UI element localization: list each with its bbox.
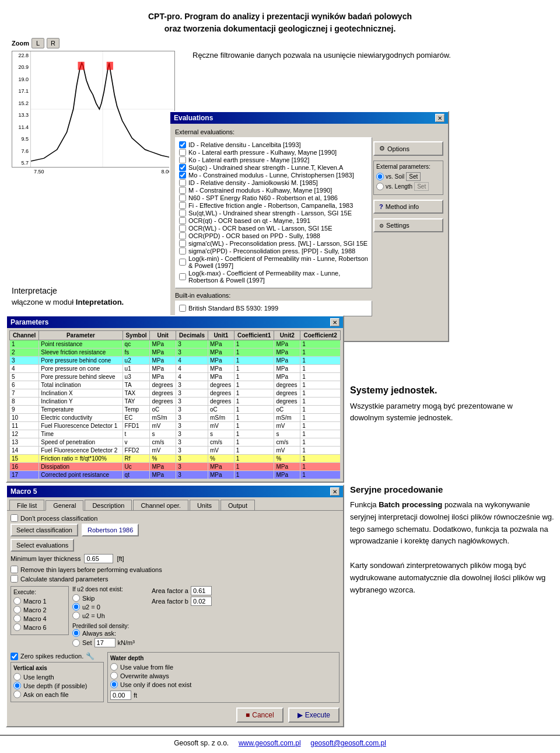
eval-item[interactable]: sigma'c(WL) - Preconsolidation press. [W… bbox=[179, 240, 368, 247]
macro4-row[interactable]: Macro 4 bbox=[13, 615, 66, 622]
tab-output[interactable]: Output bbox=[220, 500, 255, 510]
macro1-radio[interactable] bbox=[13, 597, 21, 605]
area-factor-b-input[interactable] bbox=[191, 597, 212, 606]
dont-process-row[interactable]: Don't process classification bbox=[10, 514, 340, 522]
always-ask-row[interactable]: Always ask: bbox=[72, 629, 148, 637]
eval-checkbox-14[interactable] bbox=[179, 247, 186, 255]
eval-checkbox-16[interactable] bbox=[179, 273, 186, 280]
vs-length-row[interactable]: vs. Length Set bbox=[376, 182, 440, 191]
ask-each-row[interactable]: Ask on each file bbox=[13, 691, 101, 698]
tab-channel-oper[interactable]: Channel oper. bbox=[133, 500, 188, 510]
eval-checkbox-12[interactable] bbox=[179, 232, 186, 239]
macro1-row[interactable]: Macro 1 bbox=[13, 597, 66, 605]
eval-checkbox-5[interactable] bbox=[179, 179, 186, 186]
use-depth-radio[interactable] bbox=[13, 682, 21, 689]
eval-item[interactable]: Ko - Lateral earth pressure - Mayne [199… bbox=[179, 156, 368, 163]
eval-checkbox-2[interactable] bbox=[179, 156, 186, 163]
eval-checkbox-13[interactable] bbox=[179, 240, 186, 247]
vs-soil-radio[interactable] bbox=[376, 173, 384, 180]
eval-item[interactable]: sigma'c(PPD) - Preconsolidation press. [… bbox=[179, 247, 368, 255]
calc-standard-checkbox[interactable] bbox=[10, 575, 18, 583]
density-input[interactable] bbox=[94, 638, 116, 647]
eval-close-button[interactable]: ✕ bbox=[435, 114, 444, 122]
always-ask-radio[interactable] bbox=[72, 629, 80, 637]
builtin-checkbox[interactable] bbox=[179, 305, 186, 312]
zero-spikes-checkbox[interactable] bbox=[10, 653, 18, 660]
use-length-row[interactable]: Use length bbox=[13, 673, 101, 681]
settings-button[interactable]: Settings bbox=[373, 218, 443, 232]
set-density-radio[interactable] bbox=[72, 639, 80, 647]
water-value-input[interactable] bbox=[110, 691, 131, 700]
ask-each-radio[interactable] bbox=[13, 691, 21, 698]
eval-item[interactable]: Su(qc) - Undrained shear strength - Lunn… bbox=[179, 164, 368, 171]
remove-thin-checkbox[interactable] bbox=[10, 566, 18, 573]
options-button[interactable]: Options bbox=[373, 141, 443, 156]
eval-checkbox-3[interactable] bbox=[179, 164, 186, 171]
eval-checkbox-10[interactable] bbox=[179, 217, 186, 224]
use-value-radio[interactable] bbox=[110, 663, 118, 671]
use-depth-row[interactable]: Use depth (if possible) bbox=[13, 682, 101, 689]
macro2-radio[interactable] bbox=[13, 606, 21, 613]
eval-item[interactable]: OCR(PPD) - OCR based on PPD - Sully, 198… bbox=[179, 232, 368, 239]
overwrite-radio[interactable] bbox=[110, 672, 118, 679]
calc-standard-row[interactable]: Calculate standard parameters bbox=[10, 575, 340, 583]
use-only-row[interactable]: Use only if does not exist bbox=[110, 681, 337, 688]
eval-checkbox-0[interactable] bbox=[179, 141, 186, 148]
dont-process-checkbox[interactable] bbox=[10, 514, 18, 522]
vs-soil-row[interactable]: vs. Soil Set bbox=[376, 172, 440, 181]
tab-description[interactable]: Description bbox=[85, 500, 132, 510]
skip-row[interactable]: Skip bbox=[72, 594, 148, 602]
eval-checkbox-11[interactable] bbox=[179, 225, 186, 232]
eval-checkbox-6[interactable] bbox=[179, 187, 186, 194]
footer-email[interactable]: geosoft@geosoft.com.pl bbox=[310, 739, 386, 747]
vs-length-radio[interactable] bbox=[376, 183, 384, 190]
eval-item[interactable]: Log(k-min) - Coefficient of Permeability… bbox=[179, 255, 368, 269]
overwrite-row[interactable]: Overwrite always bbox=[110, 672, 337, 679]
eval-checkbox-1[interactable] bbox=[179, 149, 186, 156]
macro2-row[interactable]: Macro 2 bbox=[13, 606, 66, 613]
eval-checkbox-9[interactable] bbox=[179, 210, 186, 217]
eval-item[interactable]: ID - Relative density - Jamiolkowski M. … bbox=[179, 179, 368, 186]
macro6-radio[interactable] bbox=[13, 623, 21, 631]
eval-checkbox-4[interactable] bbox=[179, 172, 186, 179]
eval-item[interactable]: Fi - Effective friction angle - Robertso… bbox=[179, 202, 368, 209]
eval-checkbox-15[interactable] bbox=[179, 259, 186, 266]
eval-item[interactable]: Su(qt,WL) - Undrained shear strength - L… bbox=[179, 210, 368, 217]
zero-spikes-row[interactable]: Zero spikes reduction. 🔧 bbox=[10, 652, 104, 660]
footer-website[interactable]: www.geosoft.com.pl bbox=[239, 739, 301, 747]
remove-thin-row[interactable]: Remove thin layers before performing eva… bbox=[10, 566, 340, 573]
tab-file-list[interactable]: File list bbox=[9, 500, 44, 510]
u2-zero-row[interactable]: u2 = 0 bbox=[72, 603, 148, 611]
macro-close-button[interactable]: ✕ bbox=[330, 487, 340, 496]
select-evaluations-button[interactable]: Select evaluations bbox=[10, 539, 74, 552]
eval-item[interactable]: Log(k-max) - Coefficient of Permeability… bbox=[179, 270, 368, 284]
method-info-button[interactable]: Method info bbox=[373, 200, 443, 214]
eval-item[interactable]: Mo - Constrained modulus - Lunne, Christ… bbox=[179, 172, 368, 179]
u2-uh-radio[interactable] bbox=[72, 612, 80, 619]
params-close-button[interactable]: ✕ bbox=[330, 318, 340, 326]
u2-zero-radio[interactable] bbox=[72, 603, 80, 611]
eval-checkbox-8[interactable] bbox=[179, 202, 186, 209]
use-only-radio[interactable] bbox=[110, 681, 118, 688]
macro-execute-button[interactable]: Execute bbox=[288, 707, 340, 723]
eval-checkbox-7[interactable] bbox=[179, 194, 186, 201]
use-length-radio[interactable] bbox=[13, 673, 21, 681]
eval-item[interactable]: OCR(WL) - OCR based on WL - Larsson, SGI… bbox=[179, 225, 368, 232]
builtin-item[interactable]: British Standard BS 5930: 1999 bbox=[179, 305, 368, 312]
eval-item[interactable]: M - Constrained modulus - Kulhawy, Mayne… bbox=[179, 187, 368, 194]
macro-cancel-button[interactable]: Cancel bbox=[236, 707, 284, 723]
skip-radio[interactable] bbox=[72, 594, 80, 602]
u2-uh-row[interactable]: u2 = Uh bbox=[72, 612, 148, 619]
use-value-row[interactable]: Use value from file bbox=[110, 663, 337, 671]
min-layer-input[interactable] bbox=[84, 554, 113, 563]
eval-item[interactable]: Ko - Lateral earth pressure - Kulhawy, M… bbox=[179, 149, 368, 156]
zoom-r-button[interactable]: R bbox=[47, 38, 60, 48]
macro6-row[interactable]: Macro 6 bbox=[13, 623, 66, 631]
macro4-radio[interactable] bbox=[13, 615, 21, 622]
area-factor-a-input[interactable] bbox=[191, 586, 212, 595]
select-classification-button[interactable]: Select classification bbox=[10, 524, 78, 536]
zoom-l-button[interactable]: L bbox=[32, 38, 44, 48]
tab-units[interactable]: Units bbox=[190, 500, 219, 510]
robertson-button[interactable]: Robertson 1986 bbox=[82, 524, 139, 536]
tab-general[interactable]: General bbox=[46, 500, 83, 511]
